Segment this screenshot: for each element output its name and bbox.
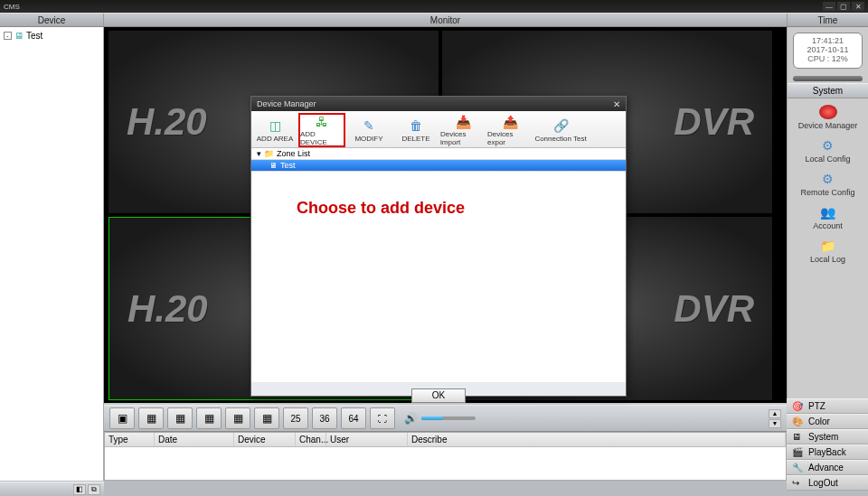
zone-item-test[interactable]: 🖥 Test: [251, 160, 626, 172]
dialog-toolbar: ◫ADD AREA 🖧ADD DEVICE ✎MODIFY 🗑DELETE 📥D…: [251, 111, 626, 148]
device-tree-panel: - 🖥 Test: [0, 27, 104, 481]
local-config-icon: ⚙: [819, 138, 837, 153]
advance-icon: 🔧: [792, 463, 805, 473]
header-bar: Device Monitor Time: [0, 13, 868, 27]
clock-box: 17:41:21 2017-10-11 CPU : 12%: [793, 33, 863, 69]
system-local-log[interactable]: 📁Local Log: [788, 236, 868, 269]
layout-1-button[interactable]: ▣: [109, 407, 135, 429]
fullscreen-button[interactable]: ⛶: [370, 407, 395, 429]
expand-icon[interactable]: ▾: [257, 149, 261, 158]
separator: [793, 76, 863, 81]
color-icon: 🎨: [792, 416, 805, 427]
col-device[interactable]: Device: [234, 433, 296, 446]
menu-color[interactable]: 🎨Color: [787, 414, 868, 429]
dialog-body: Choose to add device: [251, 172, 626, 382]
expand-up-button[interactable]: ▲: [769, 409, 781, 418]
clock-date: 2017-10-11: [797, 45, 859, 54]
layout-9-button[interactable]: ▦: [196, 407, 222, 429]
col-channel[interactable]: Chan...: [296, 433, 326, 446]
device-icon: 🖥: [14, 31, 24, 41]
volume-icon: 🔊: [404, 412, 418, 425]
connection-icon: 🔗: [551, 117, 571, 134]
import-icon: 📥: [453, 114, 473, 129]
table-header: Type Date Device Chan... User Describe: [105, 433, 786, 447]
remote-config-icon: ⚙: [819, 172, 837, 186]
layout-more-button[interactable]: ▦: [254, 407, 279, 429]
layout-64-button[interactable]: 64: [341, 407, 366, 429]
clock-time: 17:41:21: [797, 36, 859, 45]
devices-export-button[interactable]: 📤Devices expor: [486, 113, 533, 147]
menu-ptz[interactable]: 🎯PTZ: [787, 398, 868, 414]
col-type[interactable]: Type: [105, 433, 155, 446]
menu-system[interactable]: 🖥System: [787, 429, 868, 445]
dialog-titlebar[interactable]: Device Manager ✕: [251, 97, 626, 111]
header-monitor: Monitor: [104, 14, 787, 26]
col-user[interactable]: User: [326, 433, 408, 446]
folder-icon: 📁: [264, 149, 274, 158]
menu-logout[interactable]: ↪LogOut: [787, 475, 868, 491]
col-date[interactable]: Date: [155, 433, 234, 446]
menu-advance[interactable]: 🔧Advance: [787, 460, 868, 475]
system-icon: 🖥: [792, 432, 805, 443]
add-area-button[interactable]: ◫ADD AREA: [251, 113, 298, 147]
layout-toolbar: ▣ ▦ ▦ ▦ ▦ ▦ 25 36 64 ⛶ 🔊 ▲ ▼: [104, 405, 787, 432]
modify-icon: ✎: [359, 117, 379, 134]
layout-25-button[interactable]: 25: [283, 407, 308, 429]
local-log-icon: 📁: [819, 239, 837, 253]
app-title: CMS: [4, 3, 20, 11]
col-describe[interactable]: Describe: [408, 433, 786, 446]
layout-36-button[interactable]: 36: [312, 407, 337, 429]
zone-item-icon: 🖥: [269, 161, 278, 170]
status-icon-1[interactable]: ◧: [73, 484, 86, 495]
delete-button[interactable]: 🗑DELETE: [392, 113, 439, 147]
status-bar: ◧ ⧉: [0, 482, 104, 496]
export-icon: 📤: [500, 114, 520, 129]
volume-slider[interactable]: [421, 416, 476, 420]
dialog-close-button[interactable]: ✕: [613, 99, 620, 109]
logout-icon: ↪: [792, 478, 805, 489]
modify-button[interactable]: ✎MODIFY: [345, 113, 392, 147]
status-icon-2[interactable]: ⧉: [88, 484, 100, 495]
right-bottom-menu: 🎯PTZ 🎨Color 🖥System 🎬PlayBack 🔧Advance ↪…: [787, 398, 868, 491]
expand-down-button[interactable]: ▼: [769, 419, 781, 428]
zone-list-root[interactable]: ▾ 📁 Zone List: [251, 148, 626, 160]
add-device-icon: 🖧: [312, 115, 332, 129]
system-header: System: [788, 83, 868, 98]
devices-import-button[interactable]: 📥Devices import: [439, 113, 486, 147]
header-device: Device: [0, 14, 104, 26]
add-device-button[interactable]: 🖧ADD DEVICE: [298, 113, 345, 147]
system-remote-config[interactable]: ⚙Remote Config: [788, 169, 868, 202]
dialog-footer: OK: [251, 382, 626, 408]
account-icon: 👥: [819, 205, 837, 220]
minimize-button[interactable]: —: [823, 2, 835, 11]
close-button[interactable]: ✕: [852, 2, 864, 11]
expand-icon[interactable]: -: [4, 32, 12, 40]
clock-cpu: CPU : 12%: [797, 54, 859, 63]
header-time: Time: [787, 14, 868, 26]
tree-root-label: Test: [26, 31, 42, 41]
tree-root-item[interactable]: - 🖥 Test: [3, 30, 100, 42]
ptz-icon: 🎯: [792, 401, 805, 412]
system-device-manager[interactable]: Device Manager: [788, 102, 868, 136]
layout-16-button[interactable]: ▦: [225, 407, 250, 429]
menu-playback[interactable]: 🎬PlayBack: [787, 445, 868, 460]
connection-test-button[interactable]: 🔗Connection Test: [533, 113, 588, 147]
dialog-hint-text: Choose to add device: [297, 199, 465, 218]
device-manager-icon: [819, 105, 837, 119]
titlebar: CMS — ▢ ✕: [0, 0, 868, 13]
layout-8-button[interactable]: ▦: [167, 407, 193, 429]
system-account[interactable]: 👥Account: [788, 202, 868, 236]
ok-button[interactable]: OK: [411, 388, 466, 403]
log-table: Type Date Device Chan... User Describe: [104, 432, 787, 481]
delete-icon: 🗑: [406, 117, 426, 134]
dialog-title: Device Manager: [257, 99, 316, 108]
add-area-icon: ◫: [265, 117, 285, 134]
playback-icon: 🎬: [792, 447, 805, 458]
maximize-button[interactable]: ▢: [837, 2, 850, 11]
system-local-config[interactable]: ⚙Local Config: [788, 136, 868, 169]
layout-4-button[interactable]: ▦: [138, 407, 164, 429]
device-manager-dialog: Device Manager ✕ ◫ADD AREA 🖧ADD DEVICE ✎…: [250, 96, 627, 397]
